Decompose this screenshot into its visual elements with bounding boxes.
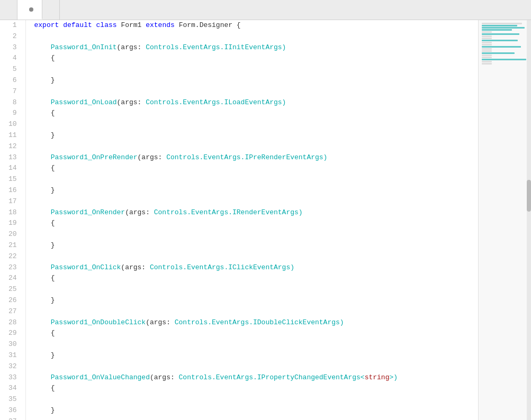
method-name: Password1_OnClick [51, 263, 121, 271]
base-class: Form.Designer [179, 21, 232, 29]
code-line: { [25, 163, 478, 174]
line-number: 35 [0, 394, 25, 405]
code-table: 1export default class Form1 extends Form… [0, 20, 478, 420]
param-type: Controls.EventArgs.IClickEventArgs) [146, 263, 294, 271]
method-name: Password1_OnValueChanged [51, 373, 150, 381]
line-number: 14 [0, 163, 25, 174]
code-line: { [25, 383, 478, 394]
method-name: Password1_OnLoad [51, 98, 117, 106]
line-number: 16 [0, 185, 25, 196]
code-line: } [25, 130, 478, 141]
keyword: class [96, 21, 117, 29]
method-name: Password1_OnPreRender [51, 153, 138, 161]
line-number: 26 [0, 295, 25, 306]
code-line [25, 196, 478, 207]
param-open: (args: [138, 153, 163, 161]
table-row: 23 Password1_OnClick(args: Controls.Even… [0, 262, 478, 273]
table-row: 19 { [0, 218, 478, 229]
method-name: Password1_OnDoubleClick [51, 318, 146, 326]
table-row: 34 { [0, 383, 478, 394]
table-row: 4 { [0, 53, 478, 64]
minimap-content [479, 20, 531, 67]
table-row: 25 [0, 284, 478, 295]
param-open: (args: [117, 98, 142, 106]
param-open: (args: [146, 318, 170, 326]
editor-body: 1export default class Form1 extends Form… [0, 20, 531, 420]
param-type: Controls.EventArgs.IDoubleClickEventArgs… [170, 318, 344, 326]
table-row: 17 [0, 196, 478, 207]
tab-form1cs[interactable] [42, 0, 60, 20]
code-line: { [25, 53, 478, 64]
method-name: Password1_OnRender [51, 208, 125, 216]
tab-form1[interactable] [0, 0, 17, 20]
table-row: 37 [0, 416, 478, 420]
line-number: 8 [0, 97, 25, 108]
param-open: (args: [150, 373, 175, 381]
line-number: 25 [0, 284, 25, 295]
param-open: (args: [117, 43, 142, 51]
code-line: Password1_OnPreRender(args: Controls.Eve… [25, 152, 478, 163]
code-line: Password1_OnDoubleClick(args: Controls.E… [25, 317, 478, 328]
code-line: } [25, 75, 478, 86]
line-number: 27 [0, 306, 25, 317]
table-row: 32 [0, 361, 478, 372]
param-type: Controls.EventArgs.IPreRenderEventArgs) [162, 153, 327, 161]
keyword: export [34, 21, 59, 29]
code-line: { [25, 273, 478, 284]
table-row: 21 } [0, 240, 478, 251]
code-line [25, 251, 478, 262]
table-row: 2 [0, 31, 478, 42]
line-number: 6 [0, 75, 25, 86]
line-number: 9 [0, 108, 25, 119]
param-open: (args: [121, 263, 146, 271]
line-number: 4 [0, 53, 25, 64]
table-row: 31 } [0, 350, 478, 361]
scrollbar-thumb[interactable] [527, 180, 531, 212]
table-row: 3 Password1_OnInit(args: Controls.EventA… [0, 42, 478, 53]
table-row: 18 Password1_OnRender(args: Controls.Eve… [0, 207, 478, 218]
line-number: 17 [0, 196, 25, 207]
table-row: 1export default class Form1 extends Form… [0, 20, 478, 31]
code-line: Password1_OnInit(args: Controls.EventArg… [25, 42, 478, 53]
tab-bar [0, 0, 531, 20]
code-line: { [25, 218, 478, 229]
keyword: extends [146, 21, 175, 29]
scrollbar-track[interactable] [527, 20, 531, 420]
line-number: 22 [0, 251, 25, 262]
code-line [25, 229, 478, 240]
line-number: 24 [0, 273, 25, 284]
line-number: 1 [0, 20, 25, 31]
code-line [25, 416, 478, 420]
line-number: 33 [0, 372, 25, 384]
table-row: 24 { [0, 273, 478, 284]
line-number: 20 [0, 229, 25, 240]
code-line: { [25, 328, 478, 339]
table-row: 26 } [0, 295, 478, 306]
tab-modified-dot [29, 7, 33, 12]
code-line [25, 64, 478, 75]
table-row: 20 [0, 229, 478, 240]
table-row: 10 [0, 119, 478, 130]
keyword: default [63, 21, 92, 29]
class-name: Form1 [121, 21, 141, 29]
table-row: 35 [0, 394, 478, 405]
line-number: 15 [0, 174, 25, 185]
line-number: 29 [0, 328, 25, 339]
code-line [25, 339, 478, 350]
line-number: 34 [0, 383, 25, 394]
line-number: 12 [0, 141, 25, 152]
code-line: Password1_OnClick(args: Controls.EventAr… [25, 262, 478, 273]
code-line [25, 306, 478, 317]
param-type: Controls.EventArgs.IPropertyChangedEvent… [175, 373, 365, 381]
tab-form1ts[interactable] [17, 0, 42, 20]
table-row: 5 [0, 64, 478, 75]
table-row: 6 } [0, 75, 478, 86]
line-number: 32 [0, 361, 25, 372]
code-line [25, 31, 478, 42]
table-row: 36 } [0, 405, 478, 416]
code-area[interactable]: 1export default class Form1 extends Form… [0, 20, 478, 420]
param-type: Controls.EventArgs.IInitEventArgs) [141, 43, 286, 51]
table-row: 28 Password1_OnDoubleClick(args: Control… [0, 317, 478, 328]
table-row: 8 Password1_OnLoad(args: Controls.EventA… [0, 97, 478, 108]
table-row: 27 [0, 306, 478, 317]
